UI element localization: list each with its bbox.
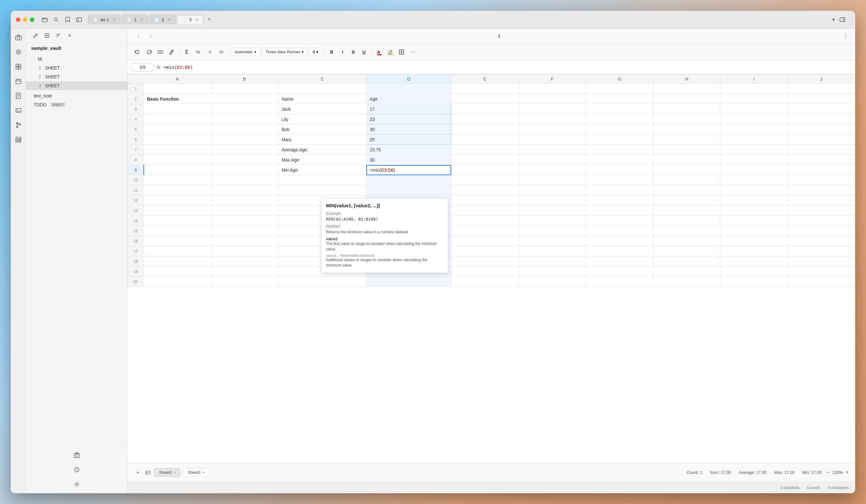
calendar-icon[interactable] <box>13 76 24 87</box>
col-header-d[interactable]: D <box>366 75 451 84</box>
font-size-selector[interactable]: 8 ▾ <box>309 48 322 56</box>
cell-f4[interactable] <box>518 114 586 124</box>
cell-d3[interactable]: 17 <box>366 104 451 114</box>
cell-b1[interactable] <box>211 84 278 94</box>
more-options-button[interactable]: ··· <box>408 47 418 57</box>
cell-e4[interactable] <box>451 114 518 124</box>
cell-e3[interactable] <box>451 104 518 114</box>
decimal-more-button[interactable]: .00 <box>216 47 226 57</box>
git-icon[interactable] <box>13 119 24 131</box>
cell-e10[interactable] <box>451 175 518 186</box>
col-header-f[interactable]: F <box>518 75 586 84</box>
cell-e9[interactable] <box>451 165 518 175</box>
cell-j3[interactable] <box>788 104 855 114</box>
cell-c5[interactable]: Bob <box>278 124 367 135</box>
cell-a4[interactable] <box>144 114 211 124</box>
cell-b10[interactable] <box>211 175 278 186</box>
cell-a5[interactable] <box>144 124 211 135</box>
decimal-less-button[interactable]: .0 <box>205 47 214 57</box>
cell-g5[interactable] <box>586 124 653 135</box>
cell-i3[interactable] <box>720 104 788 114</box>
cell-g8[interactable] <box>586 155 653 165</box>
minimize-button[interactable] <box>23 18 27 22</box>
erase-button[interactable] <box>167 47 177 57</box>
col-header-b[interactable]: B <box>211 75 278 84</box>
cell-b7[interactable] <box>211 145 278 155</box>
cell-g7[interactable] <box>586 145 653 155</box>
strikethrough-button[interactable]: S <box>349 48 358 56</box>
cell-h5[interactable] <box>653 124 720 135</box>
sidebar-layout-btn[interactable] <box>839 16 846 23</box>
col-header-c[interactable]: C <box>278 75 367 84</box>
sidebar-item-test-note[interactable]: test_note <box>26 91 127 100</box>
cell-j1[interactable] <box>788 84 855 94</box>
cell-h8[interactable] <box>653 155 720 165</box>
cell-e8[interactable] <box>451 155 518 165</box>
zoom-minus-button[interactable]: − <box>826 469 830 476</box>
cell-a3[interactable] <box>144 104 211 114</box>
sum-button[interactable]: Σ <box>182 47 191 57</box>
col-header-j[interactable]: J <box>788 75 855 84</box>
help-icon[interactable]: ? <box>71 464 82 475</box>
cell-g9[interactable] <box>586 165 653 175</box>
cell-e5[interactable] <box>451 124 518 135</box>
nav-forward-button[interactable]: › <box>147 32 156 41</box>
cell-f7[interactable] <box>518 145 586 155</box>
tab-1[interactable]: 📄 1 ✕ <box>122 15 148 24</box>
cell-i7[interactable] <box>720 145 788 155</box>
cell-i4[interactable] <box>720 114 788 124</box>
cell-f3[interactable] <box>518 104 586 114</box>
cell-h3[interactable] <box>653 104 720 114</box>
cell-a10[interactable] <box>144 175 211 186</box>
sidebar-item-sheet-2[interactable]: 2 SHEET <box>26 72 127 81</box>
sheet-view-button[interactable] <box>144 469 152 477</box>
edit-icon[interactable] <box>31 31 40 40</box>
cell-i9[interactable] <box>720 165 788 175</box>
tab-aa1-close[interactable]: ✕ <box>113 18 116 22</box>
cell-reference[interactable]: D9 <box>131 63 154 71</box>
close-button[interactable] <box>16 18 20 22</box>
cell-e2[interactable] <box>451 94 518 104</box>
tab-3[interactable]: 📄 3 ✕ <box>177 15 203 24</box>
search-icon[interactable] <box>53 16 60 23</box>
add-tab-button[interactable]: + <box>205 15 214 24</box>
tab-2[interactable]: 📄 2 ✕ <box>149 15 176 24</box>
maximize-button[interactable] <box>30 18 34 22</box>
cell-i2[interactable] <box>720 94 788 104</box>
col-header-e[interactable]: E <box>451 75 518 84</box>
cell-h1[interactable] <box>653 84 720 94</box>
cell-c1[interactable] <box>278 84 367 94</box>
cell-b3[interactable] <box>211 104 278 114</box>
cell-d2[interactable]: Age <box>366 94 451 104</box>
cell-h6[interactable] <box>653 135 720 145</box>
bold-button[interactable]: B <box>327 48 336 56</box>
cell-f1[interactable] <box>518 84 586 94</box>
cell-f6[interactable] <box>518 135 586 145</box>
col-header-a[interactable]: A <box>144 75 211 84</box>
col-header-i[interactable]: I <box>720 75 788 84</box>
sort-icon[interactable] <box>54 31 63 40</box>
tab-1-close[interactable]: ✕ <box>140 18 144 22</box>
new-note-icon[interactable] <box>43 31 52 40</box>
cell-b8[interactable] <box>211 155 278 165</box>
cell-a6[interactable] <box>144 135 211 145</box>
plugin-icon[interactable] <box>13 46 24 58</box>
cell-c9[interactable]: Min Age: <box>278 165 367 175</box>
cell-i5[interactable] <box>720 124 788 135</box>
sidebar-item-sheet-1[interactable]: 1 SHEET <box>26 64 127 72</box>
bookmark-icon[interactable] <box>64 16 71 23</box>
cell-f10[interactable] <box>518 175 586 186</box>
cell-g4[interactable] <box>586 114 653 124</box>
cell-j9[interactable] <box>788 165 855 175</box>
cell-j7[interactable] <box>788 145 855 155</box>
cell-i6[interactable] <box>720 135 788 145</box>
cell-a1[interactable] <box>144 84 211 94</box>
cell-b6[interactable] <box>211 135 278 145</box>
cell-g3[interactable] <box>586 104 653 114</box>
sheet-tab-sheet1[interactable]: Sheet1 ▾ <box>183 468 209 477</box>
layout-icon[interactable] <box>76 16 82 23</box>
sidebar-item-sheet-3[interactable]: 3 SHEET <box>26 81 127 90</box>
format-dropdown[interactable]: Automatic ▾ <box>231 48 260 56</box>
tab-aa1[interactable]: 📄 aa 1 ✕ <box>88 15 121 24</box>
cell-c8[interactable]: Max Age: <box>278 155 367 165</box>
